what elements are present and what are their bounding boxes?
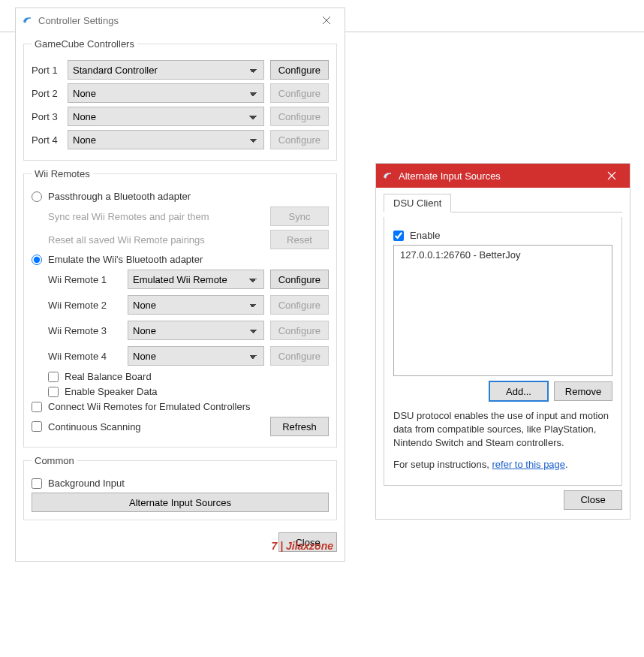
- wii-remote1-configure-button[interactable]: Configure: [270, 270, 329, 289]
- refresh-button[interactable]: Refresh: [270, 417, 329, 436]
- gc-port2-select[interactable]: None: [68, 83, 264, 103]
- enable-label: Enable: [410, 230, 440, 241]
- close-button[interactable]: Close: [278, 532, 337, 552]
- remove-button[interactable]: Remove: [554, 381, 612, 401]
- alternate-input-sources-window: Alternate Input Sources DSU Client Enabl…: [375, 163, 630, 520]
- gc-port4-select[interactable]: None: [68, 130, 264, 149]
- gc-port2-label: Port 2: [32, 88, 62, 99]
- controller-settings-window: Controller Settings GameCube Controllers…: [15, 8, 345, 562]
- common-legend: Common: [32, 455, 77, 466]
- add-button[interactable]: Add...: [489, 381, 548, 401]
- wii-remote4-label: Wii Remote 4: [48, 351, 122, 362]
- gc-port1-select[interactable]: Standard Controller: [68, 60, 264, 80]
- window-title: Controller Settings: [38, 15, 314, 26]
- svg-point-0: [29, 17, 31, 19]
- tabbar: DSU Client: [384, 194, 622, 212]
- common-fieldset: Common Background Input Alternate Input …: [23, 455, 337, 520]
- gc-port3-select[interactable]: None: [68, 107, 264, 126]
- close-icon[interactable]: [314, 11, 339, 30]
- setup-instructions-text: For setup instructions, refer to this pa…: [393, 458, 612, 472]
- gc-port3-label: Port 3: [32, 111, 62, 122]
- sync-button: Sync: [270, 206, 329, 226]
- sync-text: Sync real Wii Remotes and pair them: [48, 211, 264, 222]
- svg-point-1: [390, 173, 391, 174]
- wii-remote2-select[interactable]: None: [128, 295, 264, 315]
- speaker-data-row[interactable]: Enable Speaker Data: [48, 386, 329, 397]
- passthrough-label: Passthrough a Bluetooth adapter: [48, 191, 191, 202]
- wii-remote1-select[interactable]: Emulated Wii Remote: [128, 270, 264, 289]
- list-item[interactable]: 127.0.0.1:26760 - BetterJoy: [396, 247, 610, 263]
- continuous-scan-checkbox[interactable]: [32, 421, 42, 432]
- gamecube-fieldset: GameCube Controllers Port 1 Standard Con…: [23, 38, 337, 161]
- reset-text: Reset all saved Wii Remote pairings: [48, 234, 264, 246]
- gc-port2-configure-button: Configure: [270, 83, 329, 103]
- enable-row[interactable]: Enable: [393, 230, 612, 241]
- speaker-data-checkbox[interactable]: [48, 387, 59, 397]
- wii-remote2-configure-button: Configure: [270, 295, 329, 315]
- setup-link[interactable]: refer to this page: [492, 459, 566, 470]
- gamecube-legend: GameCube Controllers: [32, 38, 137, 50]
- connect-emulated-label: Connect Wii Remotes for Emulated Control…: [48, 401, 251, 412]
- background-input-checkbox[interactable]: [32, 478, 42, 489]
- wii-remote1-label: Wii Remote 1: [48, 274, 122, 285]
- continuous-scan-label: Continuous Scanning: [48, 421, 141, 432]
- dolphin-icon: [22, 14, 34, 26]
- window-title: Alternate Input Sources: [399, 170, 600, 182]
- continuous-scan-row[interactable]: Continuous Scanning: [32, 421, 264, 432]
- wii-remote4-configure-button: Configure: [270, 346, 329, 366]
- balance-board-label: Real Balance Board: [65, 371, 152, 382]
- dsu-server-listbox[interactable]: 127.0.0.1:26760 - BetterJoy: [393, 245, 612, 376]
- wii-remote2-label: Wii Remote 2: [48, 300, 122, 311]
- balance-board-checkbox[interactable]: [48, 372, 59, 382]
- connect-emulated-checkbox[interactable]: [32, 402, 42, 412]
- gc-port1-label: Port 1: [32, 65, 62, 76]
- wii-remotes-fieldset: Wii Remotes Passthrough a Bluetooth adap…: [23, 168, 337, 448]
- emulate-radio-row[interactable]: Emulate the Wii's Bluetooth adapter: [32, 254, 329, 265]
- wii-remote3-label: Wii Remote 3: [48, 325, 122, 336]
- speaker-data-label: Enable Speaker Data: [65, 386, 158, 397]
- connect-emulated-row[interactable]: Connect Wii Remotes for Emulated Control…: [32, 401, 329, 412]
- wii-remote3-configure-button: Configure: [270, 321, 329, 340]
- titlebar: Controller Settings: [16, 8, 345, 32]
- titlebar: Alternate Input Sources: [376, 164, 630, 188]
- wii-remote4-select[interactable]: None: [128, 346, 264, 366]
- close-button[interactable]: Close: [564, 490, 622, 510]
- background-input-row[interactable]: Background Input: [32, 478, 329, 489]
- passthrough-radio-row[interactable]: Passthrough a Bluetooth adapter: [32, 191, 329, 202]
- reset-button: Reset: [270, 230, 329, 249]
- background-input-label: Background Input: [48, 478, 125, 489]
- passthrough-radio[interactable]: [32, 191, 42, 202]
- close-icon[interactable]: [600, 166, 624, 185]
- emulate-label: Emulate the Wii's Bluetooth adapter: [48, 254, 203, 265]
- dsu-description: DSU protocol enables the use of input an…: [393, 409, 612, 451]
- balance-board-row[interactable]: Real Balance Board: [48, 371, 329, 382]
- alternate-input-sources-button[interactable]: Alternate Input Sources: [32, 493, 329, 512]
- wii-remotes-legend: Wii Remotes: [32, 168, 93, 179]
- wii-remote3-select[interactable]: None: [128, 321, 264, 340]
- dolphin-icon: [382, 170, 394, 182]
- gc-port3-configure-button: Configure: [270, 107, 329, 126]
- enable-checkbox[interactable]: [393, 231, 404, 241]
- gc-port1-configure-button[interactable]: Configure: [270, 60, 329, 80]
- emulate-radio[interactable]: [32, 255, 42, 265]
- tab-dsu-client[interactable]: DSU Client: [384, 194, 451, 212]
- gc-port4-configure-button: Configure: [270, 130, 329, 149]
- gc-port4-label: Port 4: [32, 134, 62, 146]
